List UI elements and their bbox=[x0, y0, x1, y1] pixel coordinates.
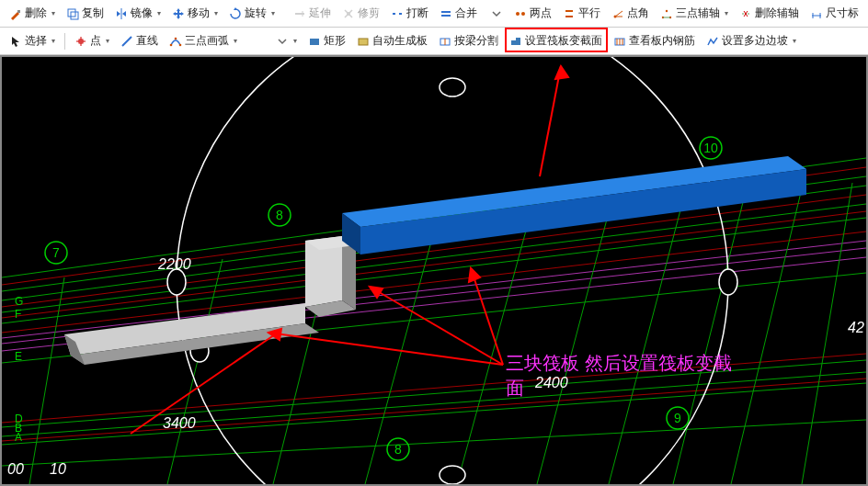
svg-line-102 bbox=[268, 333, 503, 365]
svg-point-80 bbox=[440, 466, 465, 484]
toolbar-beamsplit[interactable]: 按梁分割 bbox=[433, 31, 504, 51]
toolbar-line[interactable]: 直线 bbox=[115, 31, 164, 51]
toolbar-label: 选择 bbox=[25, 33, 47, 49]
toolbar-dim[interactable]: 尺寸标 bbox=[805, 4, 864, 23]
toolbar-parallel[interactable]: 平行 bbox=[557, 4, 606, 23]
toolbar-label: 尺寸标 bbox=[826, 6, 859, 21]
dropdown-caret-icon: ▾ bbox=[793, 37, 796, 45]
dropdown-caret-icon: ▾ bbox=[214, 9, 218, 17]
toolbar-label: 自动生成板 bbox=[372, 33, 428, 49]
toolbar-label: 矩形 bbox=[324, 33, 346, 49]
toolbar-label: 延伸 bbox=[309, 6, 331, 21]
svg-rect-1 bbox=[68, 9, 75, 17]
dim-3400: 3400 bbox=[163, 415, 196, 431]
svg-marker-97 bbox=[555, 66, 568, 79]
toolbar-label: 设置筏板变截面 bbox=[525, 33, 602, 49]
svg-line-16 bbox=[615, 11, 622, 17]
toolbar-label: 三点画弧 bbox=[185, 33, 229, 49]
svg-point-34 bbox=[179, 43, 182, 46]
svg-line-51 bbox=[2, 360, 866, 427]
toolbar-row-2: 选择▾点▾直线三点画弧▾▾矩形自动生成板按梁分割设置筏板变截面查看板内钢筋设置多… bbox=[0, 28, 868, 55]
svg-point-32 bbox=[170, 43, 173, 46]
dim-00: 00 bbox=[7, 461, 24, 477]
toolbar-label: 复制 bbox=[82, 6, 104, 21]
dim-10: 10 bbox=[50, 461, 66, 477]
toolbar-chev[interactable] bbox=[485, 6, 508, 22]
svg-line-100 bbox=[471, 268, 503, 365]
toolbar-extend[interactable]: 延伸 bbox=[288, 4, 337, 23]
svg-marker-101 bbox=[469, 268, 480, 282]
toolbar-threept[interactable]: 三点辅轴▾ bbox=[655, 4, 734, 23]
dropdown-caret-icon: ▾ bbox=[106, 37, 109, 45]
toolbar-label: 修剪 bbox=[358, 6, 380, 21]
dropdown-caret-icon: ▾ bbox=[293, 37, 297, 45]
toolbar-ptangle[interactable]: 点角 bbox=[606, 4, 655, 23]
svg-point-77 bbox=[719, 269, 737, 295]
toolbar-label: 点 bbox=[90, 33, 101, 49]
svg-point-19 bbox=[666, 9, 668, 11]
grid-bubble-8b: 8 bbox=[394, 442, 402, 457]
svg-line-96 bbox=[540, 66, 561, 176]
dropdown-caret-icon: ▾ bbox=[157, 9, 161, 17]
svg-line-73 bbox=[802, 183, 852, 484]
toolbar-arc3[interactable]: 三点画弧▾ bbox=[164, 31, 243, 51]
toolbar-label: 删除 bbox=[25, 6, 47, 21]
toolbar-delaux[interactable]: 删除辅轴 bbox=[734, 4, 805, 23]
toolbar-raftsection[interactable]: 设置筏板变截面 bbox=[504, 31, 608, 51]
svg-point-74 bbox=[177, 57, 728, 484]
toolbar-viewrebar[interactable]: 查看板内钢筋 bbox=[608, 31, 701, 51]
toolbar-copy[interactable]: 复制 bbox=[61, 4, 109, 23]
toolbar-label: 三点辅轴 bbox=[676, 6, 720, 21]
svg-line-69 bbox=[537, 212, 609, 484]
dropdown-caret-icon: ▾ bbox=[271, 9, 275, 17]
svg-rect-0 bbox=[17, 10, 20, 13]
toolbar-rotate[interactable]: 旋转▾ bbox=[223, 4, 280, 23]
toolbar-label: 删除辅轴 bbox=[755, 6, 799, 21]
toolbar-rect[interactable]: 矩形 bbox=[303, 31, 351, 51]
toolbar-trim[interactable]: 修剪 bbox=[337, 4, 385, 23]
svg-rect-36 bbox=[359, 39, 368, 45]
svg-line-31 bbox=[122, 37, 131, 46]
toolbar-multislope[interactable]: 设置多边边坡▾ bbox=[701, 31, 802, 51]
toolbar-label: 旋转 bbox=[245, 6, 267, 21]
toolbar-label: 直线 bbox=[136, 33, 158, 49]
dim-42: 42 bbox=[848, 320, 864, 335]
dropdown-caret-icon: ▾ bbox=[51, 37, 55, 45]
dropdown-caret-icon: ▾ bbox=[725, 9, 728, 17]
toolbar-brush[interactable]: 删除▾ bbox=[4, 4, 61, 23]
axis-label-G: G bbox=[15, 295, 23, 308]
toolbar-merge[interactable]: 合并 bbox=[434, 4, 483, 23]
toolbar-select[interactable]: 选择▾ bbox=[4, 31, 61, 51]
toolbar-label: 设置多边边坡 bbox=[722, 33, 788, 49]
toolbar-label: 移动 bbox=[188, 6, 210, 21]
toolbar-twopt[interactable]: 两点 bbox=[508, 4, 557, 23]
grid-bubble-9: 9 bbox=[674, 411, 681, 425]
axis-label-F: F bbox=[15, 308, 21, 321]
grid-bubble-8a: 8 bbox=[276, 208, 283, 222]
toolbar-label: 点角 bbox=[627, 6, 649, 21]
svg-rect-35 bbox=[310, 39, 319, 45]
toolbar-label: 合并 bbox=[455, 6, 477, 21]
toolbar-break[interactable]: 打断 bbox=[385, 4, 434, 23]
dropdown-caret-icon: ▾ bbox=[234, 37, 237, 45]
svg-point-76 bbox=[440, 78, 465, 96]
toolbar-move[interactable]: 移动▾ bbox=[166, 4, 223, 23]
toolbar-label: 平行 bbox=[578, 6, 600, 21]
svg-line-53 bbox=[2, 383, 866, 445]
toolbar-autoboard[interactable]: 自动生成板 bbox=[351, 31, 433, 51]
toolbar-label: 镜像 bbox=[131, 6, 153, 21]
drawing-canvas[interactable]: 7 8 10 9 8 2200 3400 2400 42 00 10 GFEDB… bbox=[0, 55, 868, 486]
grid-bubble-7: 7 bbox=[52, 245, 60, 260]
toolbar-point[interactable]: 点▾ bbox=[69, 31, 115, 51]
dropdown-caret-icon: ▾ bbox=[51, 9, 55, 17]
dim-2200: 2200 bbox=[157, 256, 191, 272]
toolbar-label: 查看板内钢筋 bbox=[629, 33, 695, 49]
svg-rect-2 bbox=[71, 12, 78, 19]
svg-line-71 bbox=[673, 195, 745, 484]
svg-point-6 bbox=[347, 12, 350, 16]
toolbar-more[interactable]: ▾ bbox=[270, 33, 303, 50]
toolbar-row-1: 删除▾复制镜像▾移动▾旋转▾延伸修剪打断合并两点平行点角三点辅轴▾删除辅轴尺寸标 bbox=[0, 0, 868, 28]
svg-point-12 bbox=[521, 12, 525, 16]
axis-label-A: A bbox=[15, 431, 22, 444]
toolbar-mirror[interactable]: 镜像▾ bbox=[109, 4, 166, 23]
